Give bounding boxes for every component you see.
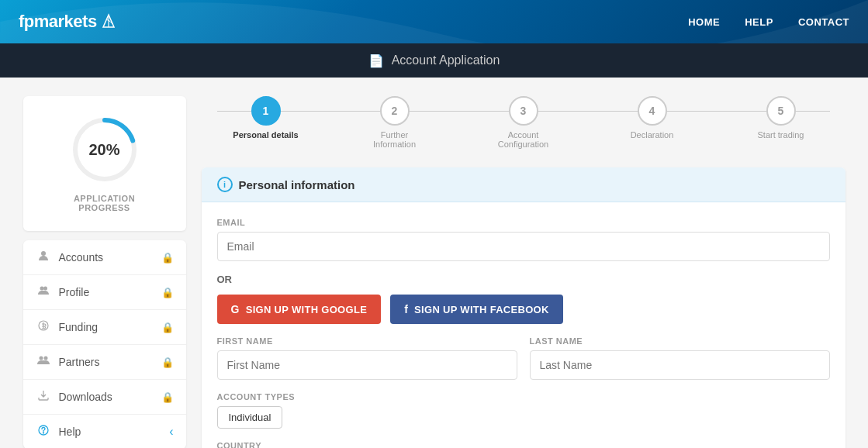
partners-icon	[36, 354, 51, 370]
progress-label-line1: APPLICATION	[74, 194, 135, 203]
page-title-icon: 📄	[368, 53, 384, 68]
step-4-label: Declaration	[631, 130, 674, 140]
sidebar-item-accounts[interactable]: Accounts 🔒	[23, 240, 186, 275]
page-title-bar: 📄 Account Application	[0, 43, 868, 78]
progress-percent: 20%	[88, 141, 119, 159]
nav-contact[interactable]: CONTACT	[798, 16, 849, 28]
google-signup-button[interactable]: G SIGN UP WITH GOOGLE	[217, 295, 382, 324]
sidebar-menu: Accounts 🔒 Profile 🔒 Funding 🔒	[23, 240, 186, 448]
account-types-label: ACCOUNT TYPES	[217, 392, 830, 401]
accounts-icon	[36, 250, 51, 265]
step-2: 2 Further Information	[330, 96, 459, 149]
facebook-button-label: SIGN UP WITH FACEBOOK	[414, 304, 549, 315]
step-3-label: Account Configuration	[489, 130, 558, 149]
funding-icon	[36, 319, 51, 335]
profile-lock-icon: 🔒	[161, 287, 174, 298]
last-name-input[interactable]	[530, 350, 830, 380]
svg-point-6	[39, 357, 43, 360]
account-type-value: Individual	[229, 412, 271, 423]
steps-bar: 1 Personal details 2 Further Information…	[202, 96, 846, 149]
personal-info-card: i Personal information EMAIL OR G SIGN U…	[202, 167, 846, 448]
facebook-f-icon: f	[404, 303, 408, 315]
step-4: 4 Declaration	[588, 96, 717, 140]
svg-point-2	[41, 251, 46, 256]
google-g-icon: G	[231, 303, 240, 315]
downloads-icon	[36, 389, 51, 405]
downloads-lock-icon: 🔒	[161, 391, 174, 403]
step-1: 1 Personal details	[202, 96, 330, 140]
step-2-label: Further Information	[360, 130, 430, 149]
step-5: 5 Start trading	[717, 96, 846, 140]
svg-point-3	[40, 287, 43, 291]
last-name-label: LAST NAME	[530, 336, 830, 346]
progress-label-line2: PROGRESS	[78, 203, 130, 212]
profile-icon	[36, 284, 51, 300]
step-3: 3 Account Configuration	[459, 96, 588, 149]
main-content: 20% APPLICATION PROGRESS Accounts 🔒 Prof…	[8, 78, 861, 448]
sidebar-item-funding[interactable]: Funding 🔒	[23, 310, 186, 345]
step-5-circle: 5	[766, 96, 796, 126]
partners-lock-icon: 🔒	[161, 357, 174, 368]
first-name-field-group: FIRST NAME	[217, 336, 517, 380]
progress-card: 20% APPLICATION PROGRESS	[23, 96, 186, 231]
email-input[interactable]	[217, 232, 830, 261]
svg-point-7	[43, 357, 47, 360]
last-name-field-group: LAST NAME	[530, 336, 830, 380]
account-type-button[interactable]: Individual	[217, 406, 283, 429]
svg-point-4	[43, 287, 47, 291]
sidebar-item-partners[interactable]: Partners 🔒	[23, 345, 186, 380]
help-chevron-icon: ‹	[169, 425, 173, 439]
info-circle-icon: i	[217, 177, 233, 192]
nav-home[interactable]: HOME	[688, 16, 720, 28]
step-4-circle: 4	[638, 96, 667, 126]
personal-info-title: Personal information	[239, 178, 355, 191]
progress-circle: 20%	[70, 115, 140, 184]
account-types-field-group: ACCOUNT TYPES Individual	[217, 392, 830, 429]
google-button-label: SIGN UP WITH GOOGLE	[246, 304, 367, 315]
accounts-label: Accounts	[59, 251, 154, 264]
or-divider: OR	[217, 274, 830, 285]
main-nav: HOME HELP CONTACT	[688, 16, 849, 28]
svg-point-9	[43, 432, 43, 433]
help-icon	[36, 424, 51, 439]
email-label: EMAIL	[217, 218, 830, 227]
help-label: Help	[59, 426, 162, 438]
step-5-label: Start trading	[758, 130, 804, 140]
sidebar: 20% APPLICATION PROGRESS Accounts 🔒 Prof…	[23, 96, 186, 448]
form-area: 1 Personal details 2 Further Information…	[202, 96, 846, 448]
logo: fpmarkets	[19, 12, 116, 32]
step-3-circle: 3	[509, 96, 538, 126]
profile-label: Profile	[59, 286, 154, 298]
downloads-label: Downloads	[59, 391, 154, 403]
nav-help[interactable]: HELP	[745, 16, 773, 28]
first-name-label: FIRST NAME	[217, 336, 517, 346]
header: fpmarkets HOME HELP CONTACT	[0, 0, 868, 43]
page-title-text: Account Application	[392, 53, 500, 67]
country-field-group: COUNTRY Country ⌄	[217, 441, 830, 448]
step-1-circle: 1	[251, 96, 281, 126]
social-buttons: G SIGN UP WITH GOOGLE f SIGN UP WITH FAC…	[217, 295, 830, 324]
funding-lock-icon: 🔒	[161, 322, 174, 333]
personal-info-body: EMAIL OR G SIGN UP WITH GOOGLE f SIGN UP…	[202, 202, 846, 448]
logo-sail-icon	[102, 13, 116, 30]
sidebar-item-profile[interactable]: Profile 🔒	[23, 275, 186, 310]
funding-label: Funding	[59, 321, 154, 333]
personal-info-header: i Personal information	[202, 167, 846, 202]
logo-text: fpmarkets	[19, 12, 97, 32]
sidebar-item-downloads[interactable]: Downloads 🔒	[23, 380, 186, 415]
country-label: COUNTRY	[217, 441, 830, 448]
partners-label: Partners	[59, 356, 154, 368]
step-2-circle: 2	[380, 96, 410, 126]
name-fields-row: FIRST NAME LAST NAME	[217, 336, 830, 392]
sidebar-item-help[interactable]: Help ‹	[23, 415, 186, 448]
facebook-signup-button[interactable]: f SIGN UP WITH FACEBOOK	[390, 295, 563, 324]
accounts-lock-icon: 🔒	[161, 252, 174, 264]
step-1-label: Personal details	[233, 130, 298, 140]
first-name-input[interactable]	[217, 350, 517, 380]
email-field-group: EMAIL	[217, 218, 830, 261]
